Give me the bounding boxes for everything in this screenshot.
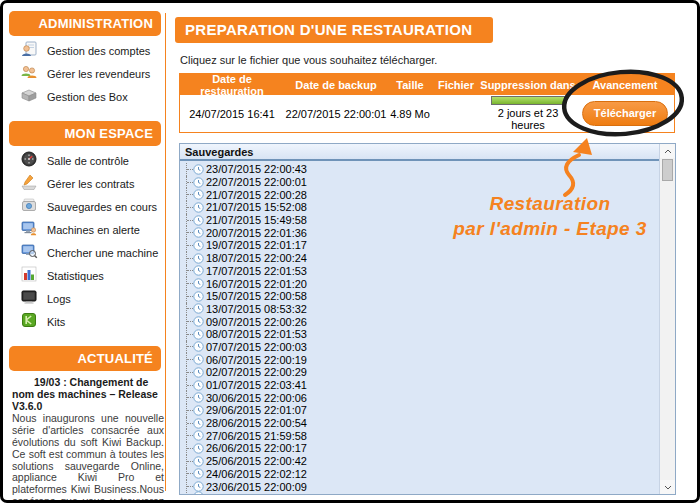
clock-icon: [193, 253, 204, 264]
restore-table-row[interactable]: 24/07/2015 16:41 22/07/2015 22:00:01 4.8…: [180, 95, 674, 132]
clock-icon: [193, 367, 204, 378]
sidebar-item-label: Statistiques: [47, 270, 104, 282]
backups-list: 23/07/2015 22:00:43 22/07/2015 22:00:01 …: [180, 163, 658, 494]
sidebar-item-salle-controle[interactable]: Salle de contrôle: [20, 152, 164, 170]
clock-icon: [193, 316, 204, 327]
sidebar-item-gestion-comptes[interactable]: Gestion des comptes: [20, 42, 164, 60]
progress-bar: [491, 96, 565, 105]
sidebar-divider: [165, 13, 166, 491]
instruction-text: Cliquez sur le fichier que vous souhaite…: [180, 54, 437, 66]
restore-table-header: Date de restaurationDate de backupTaille…: [180, 74, 674, 95]
clock-icon: [193, 202, 204, 213]
sidebar-item-logs[interactable]: Logs: [20, 290, 164, 308]
kiwi-backup-admin-page: ADMINISTRATION Gestion des comptes Gérer…: [0, 0, 700, 503]
clock-icon: [193, 456, 204, 467]
backup-item[interactable]: 29/06/2015 22:01:07: [180, 404, 658, 417]
sidebar-item-machines-en-alerte[interactable]: Machines en alerte: [20, 221, 164, 239]
clock-icon: [193, 405, 204, 416]
clock-icon: [193, 278, 204, 289]
sidebar-item-label: Logs: [47, 293, 71, 305]
clock-icon: [193, 189, 204, 200]
sidebar-item-kits[interactable]: Kits: [20, 313, 164, 331]
sidebar-item-label: Salle de contrôle: [47, 155, 129, 167]
kits-icon: [20, 311, 38, 333]
backups-panel-title: Sauvegardes: [180, 144, 675, 161]
backup-item[interactable]: 20/07/2015 22:01:36: [180, 226, 658, 239]
backup-item[interactable]: 21/07/2015 15:52:08: [180, 201, 658, 214]
sidebar-item-sauvegardes-en-cours[interactable]: Sauvegardes en cours: [20, 198, 164, 216]
vertical-scrollbar[interactable]: [659, 144, 675, 494]
backup-item[interactable]: 27/06/2015 21:59:58: [180, 429, 658, 442]
sidebar-item-label: Gestion des Box: [47, 91, 128, 103]
date-backup-value: 22/07/2015 22:00:01: [284, 108, 388, 120]
sidebar-item-label: Gérer les contrats: [47, 178, 134, 190]
clock-icon: [193, 164, 204, 175]
backup-item[interactable]: 09/07/2015 22:00:26: [180, 315, 658, 328]
resellers-icon: [20, 63, 38, 85]
sidebar-item-label: Machines en alerte: [47, 224, 140, 236]
backup-item[interactable]: 23/07/2015 22:00:43: [180, 163, 658, 176]
backup-item[interactable]: 13/07/2015 08:53:32: [180, 303, 658, 316]
backup-item[interactable]: 26/06/2015 22:00:17: [180, 442, 658, 455]
backup-item[interactable]: 22/07/2015 22:00:01: [180, 176, 658, 189]
page-title: PREPARATION D'UNE RESTAURATION: [175, 17, 493, 43]
restore-table: Date de restaurationDate de backupTaille…: [179, 73, 675, 133]
gauge-icon: [20, 150, 38, 172]
backup-item[interactable]: 21/07/2015 15:49:58: [180, 214, 658, 227]
sidebar-section-actualite: ACTUALITÉ: [9, 346, 161, 371]
sidebar-item-label: Gérer les revendeurs: [47, 68, 150, 80]
scroll-up-button[interactable]: [660, 144, 675, 158]
sidebar-item-gestion-box[interactable]: Gestion des Box: [20, 88, 164, 106]
backup-item[interactable]: 16/07/2015 22:01:20: [180, 277, 658, 290]
clock-icon: [193, 329, 204, 340]
column-header: Date de backup: [284, 79, 388, 91]
backup-item[interactable]: 30/06/2015 22:00:06: [180, 391, 658, 404]
taille-value: 4.89 Mo: [388, 108, 432, 120]
scroll-down-button[interactable]: [660, 480, 675, 494]
telecharger-button[interactable]: Télécharger: [582, 101, 668, 126]
clock-icon: [193, 430, 204, 441]
backup-item[interactable]: 07/07/2015 22:00:03: [180, 341, 658, 354]
machine-alert-icon: [20, 219, 38, 241]
clock-icon: [193, 354, 204, 365]
clock-icon: [193, 215, 204, 226]
backup-item-partial[interactable]: [180, 490, 658, 495]
column-header: Suppression dans: [480, 79, 576, 91]
backup-item[interactable]: 28/06/2015 22:00:54: [180, 417, 658, 430]
news-headline: 19/03 : Changement de nom des machines –…: [12, 377, 164, 412]
clock-icon: [193, 491, 204, 495]
sidebar-item-chercher-machine[interactable]: Chercher une machine: [20, 244, 164, 262]
backup-item[interactable]: 17/07/2015 22:01:53: [180, 265, 658, 278]
sidebar-item-gerer-revendeurs[interactable]: Gérer les revendeurs: [20, 65, 164, 83]
backup-item[interactable]: 21/07/2015 22:00:28: [180, 188, 658, 201]
clock-icon: [193, 303, 204, 314]
backup-item[interactable]: 06/07/2015 22:00:19: [180, 353, 658, 366]
sidebar-item-label: Chercher une machine: [47, 247, 158, 259]
backup-item[interactable]: 25/06/2015 22:00:42: [180, 455, 658, 468]
clock-icon: [193, 468, 204, 479]
backup-item[interactable]: 15/07/2015 22:00:58: [180, 290, 658, 303]
backup-item[interactable]: 02/07/2015 22:00:29: [180, 366, 658, 379]
scrollbar-thumb[interactable]: [662, 159, 673, 181]
sidebar-item-statistiques[interactable]: Statistiques: [20, 267, 164, 285]
clock-icon: [193, 380, 204, 391]
backup-item[interactable]: 01/07/2015 22:03:41: [180, 379, 658, 392]
suppression-cell: 2 jours et 23 heures: [480, 96, 576, 131]
backup-item[interactable]: 18/07/2015 22:00:24: [180, 252, 658, 265]
sidebar-item-label: Gestion des comptes: [47, 45, 150, 57]
backup-drive-icon: [20, 196, 38, 218]
contract-pen-icon: [20, 173, 38, 195]
backup-item[interactable]: 19/07/2015 22:01:17: [180, 239, 658, 252]
backup-item[interactable]: 08/07/2015 22:01:53: [180, 328, 658, 341]
backup-item[interactable]: 24/06/2015 22:02:12: [180, 468, 658, 481]
terminal-icon: [20, 288, 38, 310]
clock-icon: [193, 291, 204, 302]
clock-icon: [193, 227, 204, 238]
sidebar-item-label: Kits: [47, 316, 65, 328]
clock-icon: [193, 392, 204, 403]
sidebar-item-gerer-contrats[interactable]: Gérer les contrats: [20, 175, 164, 193]
bar-chart-icon: [20, 265, 38, 287]
sidebar-section-administration: ADMINISTRATION: [9, 11, 161, 36]
avancement-cell: Télécharger: [576, 101, 674, 126]
clock-icon: [193, 240, 204, 251]
